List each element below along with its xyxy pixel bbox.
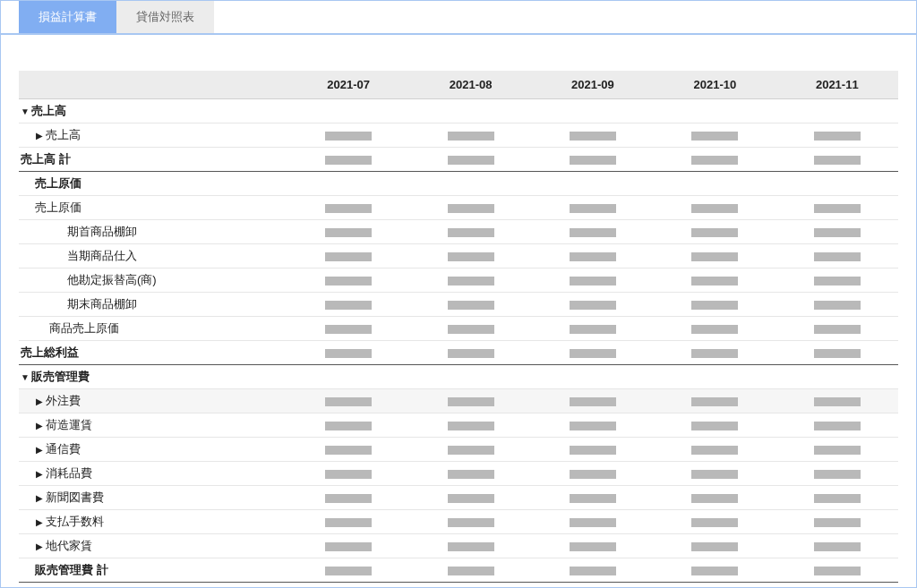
tab-balance-sheet[interactable]: 貸借対照表 [116, 1, 214, 33]
tabs-bar: 損益計算書 貸借対照表 [1, 1, 916, 35]
value-cell [287, 293, 409, 317]
row-label-text: 地代家賃 [46, 539, 92, 552]
row-label[interactable]: ▶外注費 [19, 389, 287, 413]
value-cell [654, 413, 776, 438]
row-label-text: 期首商品棚卸 [67, 225, 137, 238]
row-label[interactable]: ▶通信費 [19, 438, 287, 462]
value-placeholder [325, 132, 372, 141]
expand-icon[interactable]: ▶ [35, 517, 44, 527]
value-placeholder [814, 494, 861, 503]
value-placeholder [691, 132, 738, 141]
value-cell [409, 293, 531, 317]
value-cell [532, 293, 654, 317]
period-header: 2021-10 [654, 71, 776, 99]
value-placeholder [814, 325, 861, 334]
row-label-text: 売上原価 [35, 176, 81, 190]
row-label-text: 売上原価 [35, 200, 81, 214]
tab-profit-loss[interactable]: 損益計算書 [19, 1, 116, 33]
value-placeholder [448, 542, 494, 551]
value-cell [654, 293, 776, 317]
value-cell [776, 172, 898, 196]
value-cell [532, 99, 654, 124]
value-placeholder [325, 422, 372, 430]
value-placeholder [814, 204, 861, 213]
value-cell [654, 389, 776, 413]
value-placeholder [570, 132, 616, 141]
value-cell [287, 196, 409, 220]
value-placeholder [570, 542, 616, 551]
table-row: ▶売上高 [19, 124, 898, 148]
row-label[interactable]: ▶地代家賃 [19, 534, 287, 558]
row-label-text: 通信費 [46, 442, 81, 456]
value-cell [409, 486, 531, 510]
value-placeholder [691, 252, 738, 261]
collapse-icon[interactable]: ▼ [21, 107, 30, 116]
value-cell [532, 534, 654, 558]
row-label-text: 売上高 [31, 104, 66, 117]
row-label[interactable]: ▼売上高 [19, 99, 287, 124]
value-cell [532, 220, 654, 244]
expand-icon[interactable]: ▶ [35, 469, 44, 479]
value-cell [776, 486, 898, 510]
value-cell [654, 558, 776, 583]
expand-icon[interactable]: ▶ [35, 541, 44, 551]
collapse-icon[interactable]: ▼ [21, 372, 30, 382]
row-label: 販売管理費 計 [19, 558, 287, 583]
row-label: 売上高 計 [19, 148, 287, 172]
value-cell [287, 462, 409, 486]
row-label[interactable]: ▶荷造運賃 [19, 413, 287, 438]
row-label[interactable]: ▼販売管理費 [19, 365, 287, 389]
expand-icon[interactable]: ▶ [35, 396, 44, 406]
value-cell [287, 99, 409, 124]
value-cell [776, 148, 898, 172]
value-cell [532, 124, 654, 148]
row-label-text: 外注費 [46, 394, 81, 407]
value-cell [654, 124, 776, 148]
table-row: ▶荷造運賃 [19, 413, 898, 438]
expand-icon[interactable]: ▶ [35, 421, 44, 430]
value-placeholder [448, 422, 494, 430]
expand-icon[interactable]: ▶ [35, 131, 44, 141]
table-row: 期末商品棚卸 [19, 293, 898, 317]
value-placeholder [448, 228, 494, 237]
value-placeholder [691, 277, 738, 285]
table-row: ▶消耗品費 [19, 462, 898, 486]
row-label[interactable]: ▶消耗品費 [19, 462, 287, 486]
table-row: 売上原価 [19, 196, 898, 220]
expand-icon[interactable]: ▶ [35, 445, 44, 455]
value-cell [776, 558, 898, 583]
value-cell [409, 389, 531, 413]
value-placeholder [325, 470, 372, 479]
row-label[interactable]: ▶新聞図書費 [19, 486, 287, 510]
row-label-text: 売上総利益 [21, 345, 79, 359]
value-placeholder [325, 397, 372, 406]
value-placeholder [325, 518, 372, 527]
row-label[interactable]: ▶支払手数料 [19, 510, 287, 534]
value-cell [287, 583, 409, 589]
value-placeholder [691, 542, 738, 551]
value-cell [654, 148, 776, 172]
value-cell [409, 99, 531, 124]
row-label-text: 支払手数料 [46, 515, 104, 528]
value-placeholder [448, 397, 494, 406]
row-label[interactable]: ▶売上高 [19, 124, 287, 148]
value-cell [287, 486, 409, 510]
row-label-text: 売上高 計 [21, 152, 71, 166]
value-cell [776, 268, 898, 293]
value-placeholder [570, 204, 616, 213]
value-placeholder [325, 349, 372, 358]
table-row: 売上高 計 [19, 148, 898, 172]
row-label-text: 他勘定振替高(商) [67, 273, 157, 286]
value-placeholder [691, 325, 738, 334]
value-cell [532, 583, 654, 589]
row-label-text: 販売管理費 計 [35, 563, 108, 576]
value-placeholder [448, 567, 494, 575]
value-placeholder [814, 518, 861, 527]
value-cell [654, 510, 776, 534]
row-label: 期末商品棚卸 [19, 293, 287, 317]
value-cell [409, 196, 531, 220]
expand-icon[interactable]: ▶ [35, 493, 44, 503]
row-label: 当期商品仕入 [19, 244, 287, 268]
value-placeholder [570, 228, 616, 237]
table-row: ▼売上高 [19, 99, 898, 124]
